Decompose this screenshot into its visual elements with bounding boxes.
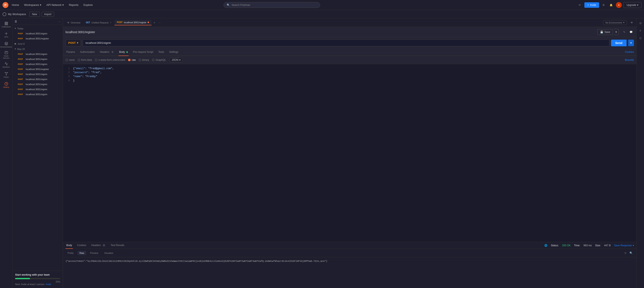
sidebar-item-apis[interactable]: APIs <box>2 30 11 39</box>
request-tabs: Params Authorization Headers 9 Body Pre-… <box>63 48 636 56</box>
sidebar-label-history: History <box>3 86 9 88</box>
resp-tab-headers[interactable]: Headers 8 <box>90 242 106 249</box>
sync-icon[interactable]: ⟳ <box>577 2 583 8</box>
radio-none <box>66 59 68 61</box>
copy-icon[interactable]: ⧉ <box>624 252 626 255</box>
view-visualize-button[interactable]: Visualize <box>102 251 116 255</box>
progress-bar-container <box>15 278 60 279</box>
resp-tab-test-results[interactable]: Test Results <box>110 242 125 249</box>
option-form-data[interactable]: form-data <box>78 58 92 61</box>
send-dropdown-button[interactable]: ▾ <box>628 40 634 46</box>
list-item[interactable]: POST localhost:3001/signin <box>12 57 63 62</box>
list-item[interactable]: POST localhost:3001/register <box>12 36 63 41</box>
panel-more-icon[interactable]: ··· <box>58 20 61 23</box>
tab-overview[interactable]: 👁 Overview <box>65 20 83 25</box>
tab-headers[interactable]: Headers 9 <box>99 48 115 56</box>
save-dropdown-button[interactable]: ▾ <box>614 29 619 35</box>
save-response-button[interactable]: Save Response ▾ <box>614 244 634 247</box>
tab-body[interactable]: Body <box>118 48 129 56</box>
save-button[interactable]: 💾 Save <box>598 29 613 35</box>
list-item[interactable]: POST localhost:3001/signin <box>12 87 63 92</box>
resp-tab-cookies[interactable]: Cookies <box>76 242 87 249</box>
resp-tab-body[interactable]: Body <box>66 242 73 249</box>
close-icon[interactable]: ✕ <box>110 21 112 24</box>
tab-register[interactable]: POST localhost:3001/registe <box>114 20 152 25</box>
search-response-icon[interactable]: 🔍 <box>628 250 634 256</box>
history-section-today[interactable]: ▾ Today <box>12 26 63 31</box>
sidebar-item-mock-servers[interactable]: Mock Servers <box>2 50 11 60</box>
list-item[interactable]: POST localhost:3001/signin <box>12 31 63 36</box>
import-button[interactable]: Import <box>42 12 54 17</box>
method-select[interactable]: POST ▾ <box>66 39 81 46</box>
sidebar-item-collections[interactable]: Collections <box>2 20 11 29</box>
new-button[interactable]: New <box>30 12 40 17</box>
panel-filter-icon[interactable]: ☰ <box>15 20 17 23</box>
list-item[interactable]: POST localhost:3001/signin <box>12 62 63 67</box>
history-section-june8[interactable]: ▶ June 8 <box>12 41 63 46</box>
method-badge: POST <box>17 68 24 71</box>
nav-api-network[interactable]: API Network ▾ <box>45 2 66 7</box>
list-item[interactable]: POST localhost:3001/signin <box>12 82 63 87</box>
view-preview-button[interactable]: Preview <box>88 251 100 255</box>
method-label-get: GET <box>86 21 90 24</box>
right-icon-3[interactable]: ⟨⟩ <box>638 35 643 41</box>
view-raw-button[interactable]: Raw <box>78 251 86 255</box>
settings-icon[interactable]: ⚙ <box>601 2 607 8</box>
list-item[interactable]: POST localhost:3001/register <box>12 67 63 72</box>
notification-icon[interactable]: 🔔 <box>608 2 614 8</box>
url-input[interactable] <box>83 39 609 46</box>
method-badge: POST <box>17 53 24 56</box>
chevron-down-icon: ▾ <box>15 48 16 50</box>
option-raw[interactable]: raw <box>128 58 136 61</box>
list-item[interactable]: POST localhost:3001/signin <box>12 92 63 97</box>
right-icon-1[interactable]: ◎ <box>638 20 643 26</box>
cookies-button[interactable]: Cookies <box>625 50 634 53</box>
right-icon-2[interactable]: ≡ <box>638 28 643 33</box>
view-pretty-button[interactable]: Pretty <box>66 251 76 255</box>
send-button[interactable]: Send <box>611 40 626 46</box>
response-area: Body Cookies Headers 8 Test Results 🌐 St… <box>63 242 636 288</box>
search-bar[interactable]: 🔍 Search Postman <box>224 2 320 8</box>
tab-authorization[interactable]: Authorization <box>79 48 96 56</box>
nav-workspaces[interactable]: Workspaces ▾ <box>22 2 43 7</box>
json-type-selector[interactable]: JSON ▾ <box>170 58 182 62</box>
option-binary[interactable]: binary <box>139 58 149 61</box>
sidebar-item-monitors[interactable]: Monitors <box>2 60 11 70</box>
main-content: 👁 Overview GET Untitled Request ✕ POST l… <box>63 18 636 288</box>
list-item[interactable]: POST localhost:3001/signin <box>12 72 63 77</box>
edit-icon[interactable]: ✎ <box>621 29 627 35</box>
invite-button[interactable]: + Invite <box>584 2 599 8</box>
request-url-title: localhost:3001/register <box>66 30 95 34</box>
tab-params[interactable]: Params <box>66 48 76 56</box>
eye-toggle-icon[interactable]: 👁 <box>629 20 635 25</box>
time-label: Time: <box>574 244 580 247</box>
sidebar-item-history[interactable]: History <box>2 81 11 90</box>
nav-explore[interactable]: Explore <box>82 2 94 7</box>
option-graphql[interactable]: GraphQL <box>152 58 166 61</box>
history-section-may28[interactable]: ▾ May 28 <box>12 46 63 52</box>
environment-selector[interactable]: No Environment ▾ <box>603 20 627 25</box>
option-urlencoded[interactable]: x-www-form-urlencoded <box>95 58 125 61</box>
tab-settings[interactable]: Settings <box>168 48 179 56</box>
option-none[interactable]: none <box>66 58 75 61</box>
code-editor[interactable]: 1 {"email": "fred@gmail.com", 2 "passwor… <box>63 64 636 242</box>
upgrade-button[interactable]: Upgrade ▾ <box>624 2 642 8</box>
avatar[interactable]: A <box>616 2 622 8</box>
tab-untitled-request[interactable]: GET Untitled Request ✕ <box>83 20 114 25</box>
list-item[interactable]: POST localhost:3001/signin <box>12 77 63 82</box>
tab-pre-request[interactable]: Pre-request Script <box>132 48 154 56</box>
tab-tests[interactable]: Tests <box>158 48 165 56</box>
beautify-button[interactable]: Beautify <box>625 58 634 61</box>
nav-home[interactable]: Home <box>10 2 21 7</box>
app-logo[interactable]: P <box>2 2 8 8</box>
list-item[interactable]: POST localhost:3001/signin <box>12 52 63 57</box>
invite-link[interactable]: Invite <box>46 283 51 286</box>
tab-more-button[interactable]: ··· <box>158 21 162 24</box>
workspace-name: My Workspace <box>8 12 26 16</box>
sidebar-item-environments[interactable]: Environments <box>2 40 11 49</box>
add-tab-button[interactable]: + <box>152 20 157 25</box>
nav-reports[interactable]: Reports <box>67 2 80 7</box>
history-url: localhost:3001/signin <box>26 83 48 86</box>
sidebar-item-flows[interactable]: Flows <box>2 70 11 80</box>
comment-icon[interactable]: 💬 <box>628 29 634 35</box>
